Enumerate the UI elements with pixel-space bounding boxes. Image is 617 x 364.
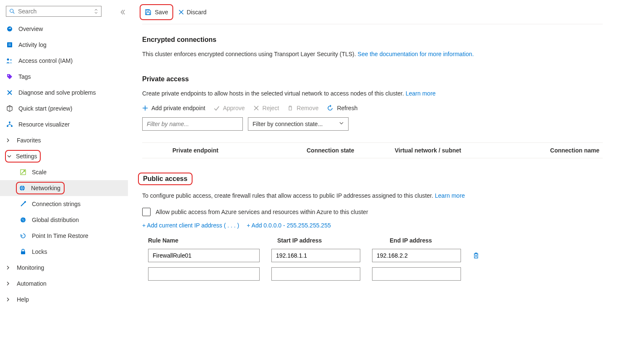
public-access-heading-wrap: Public access <box>138 173 193 185</box>
chevron-right-icon <box>6 265 12 270</box>
diagnose-icon <box>6 89 13 96</box>
delete-rule-button[interactable] <box>473 252 479 259</box>
encrypted-connections-heading: Encrypted connections <box>142 36 603 44</box>
sidebar-item-networking[interactable]: Networking <box>0 180 128 196</box>
sidebar-item-overview[interactable]: Overview <box>0 21 128 37</box>
encrypted-docs-link[interactable]: See the documentation for more informati… <box>358 51 474 57</box>
sidebar-item-label: Monitoring <box>17 264 44 271</box>
chevron-down-icon <box>7 154 13 158</box>
column-private-endpoint: Private endpoint <box>172 147 307 154</box>
column-connection-state: Connection state <box>307 147 395 154</box>
scale-icon <box>19 168 27 176</box>
remove-button: Remove <box>287 105 318 111</box>
add-private-endpoint-button[interactable]: Add private endpoint <box>142 105 205 111</box>
public-learn-more-link[interactable]: Learn more <box>435 192 465 199</box>
networking-icon <box>18 184 26 192</box>
access-control-icon <box>6 57 13 65</box>
sidebar-item-scale[interactable]: Scale <box>0 164 128 180</box>
sidebar-item-pitr[interactable]: Point In Time Restore <box>0 228 128 244</box>
chevron-right-icon <box>6 281 12 286</box>
discard-icon <box>178 9 184 15</box>
sidebar-item-label: Point In Time Restore <box>32 232 89 239</box>
discard-button[interactable]: Discard <box>178 9 206 15</box>
svg-rect-17 <box>21 251 25 254</box>
column-virtual-network: Virtual network / subnet <box>395 147 529 154</box>
sidebar-item-monitoring[interactable]: Monitoring <box>0 260 128 276</box>
svg-point-9 <box>8 75 9 76</box>
sidebar-item-tags[interactable]: Tags <box>0 69 128 85</box>
allow-azure-services-label: Allow public access from Azure services … <box>156 209 368 215</box>
plus-icon <box>142 105 148 111</box>
start-ip-input[interactable] <box>271 267 360 281</box>
private-access-text: Create private endpoints to allow hosts … <box>142 89 603 98</box>
sidebar-item-global-distribution[interactable]: Global distribution <box>0 212 128 228</box>
encrypted-connections-text: This cluster enforces encrypted connecti… <box>142 49 603 59</box>
search-input[interactable] <box>6 6 102 17</box>
column-end-ip: End IP address <box>390 237 490 244</box>
end-ip-input[interactable] <box>372 249 461 262</box>
chevron-right-icon <box>6 297 12 302</box>
trash-icon <box>287 105 293 111</box>
save-button[interactable]: Save <box>140 4 173 20</box>
sidebar-item-diagnose[interactable]: Diagnose and solve problems <box>0 85 128 101</box>
filter-by-connection-state-dropdown[interactable]: Filter by connection state... <box>248 117 349 131</box>
sidebar-item-label: Quick start (preview) <box>18 105 72 112</box>
column-connection-name: Connection name <box>529 147 603 154</box>
sidebar-item-label: Access control (IAM) <box>18 57 73 64</box>
svg-rect-4 <box>7 42 12 47</box>
sidebar-item-label: Overview <box>18 26 43 32</box>
sidebar-item-help[interactable]: Help <box>0 292 128 307</box>
svg-line-1 <box>13 12 15 14</box>
column-start-ip: Start IP address <box>277 237 378 244</box>
public-access-heading: Public access <box>143 175 187 182</box>
quick-start-icon <box>6 105 13 112</box>
refresh-button[interactable]: Refresh <box>327 105 357 111</box>
sidebar-item-label: Settings <box>16 153 37 160</box>
sidebar-item-label: Resource visualizer <box>18 121 70 128</box>
svg-point-0 <box>10 9 13 13</box>
overview-icon <box>6 25 13 33</box>
filter-by-name-input[interactable] <box>142 117 243 131</box>
svg-point-11 <box>7 125 8 127</box>
sidebar-item-automation[interactable]: Automation <box>0 276 128 292</box>
activity-log-icon <box>6 41 13 49</box>
private-learn-more-link[interactable]: Learn more <box>406 90 436 97</box>
expand-updown-icon[interactable] <box>94 9 98 14</box>
sidebar-item-label: Automation <box>17 280 47 287</box>
sidebar-item-favorites[interactable]: Favorites <box>0 132 128 148</box>
sidebar-item-label: Connection strings <box>32 201 81 207</box>
sidebar-item-activity-log[interactable]: Activity log <box>0 37 128 53</box>
main-content: Save Discard Encrypted connections This … <box>128 0 617 364</box>
start-ip-input[interactable] <box>271 249 360 262</box>
sidebar-item-locks[interactable]: Locks <box>0 244 128 260</box>
allow-azure-services-row: Allow public access from Azure services … <box>142 208 603 216</box>
public-access-text: To configure public access, create firew… <box>142 191 603 200</box>
allow-azure-services-checkbox[interactable] <box>142 208 151 216</box>
sidebar-item-quick-start[interactable]: Quick start (preview) <box>0 101 128 116</box>
restore-icon <box>19 232 27 240</box>
sidebar-item-label: Help <box>17 296 29 303</box>
add-client-ip-button[interactable]: + Add current client IP address ( . . . … <box>142 222 239 229</box>
sidebar-item-access-control[interactable]: Access control (IAM) <box>0 53 128 69</box>
private-endpoint-command-bar: Add private endpoint Approve Reject Remo… <box>142 105 603 111</box>
tags-icon <box>6 73 13 80</box>
add-full-range-button[interactable]: + Add 0.0.0.0 - 255.255.255.255 <box>247 222 331 229</box>
sidebar-item-label: Activity log <box>18 41 47 48</box>
sidebar-item-connection-strings[interactable]: Connection strings <box>0 196 128 212</box>
firewall-rule-row <box>142 249 603 262</box>
sidebar-item-settings[interactable]: Settings <box>5 150 41 163</box>
approve-button: Approve <box>213 105 245 111</box>
reject-button: Reject <box>253 105 279 111</box>
sidebar-item-label: Locks <box>32 248 47 255</box>
connection-strings-icon <box>19 200 27 208</box>
sidebar-item-label: Networking <box>31 185 60 191</box>
chevron-down-icon <box>339 121 344 125</box>
rule-name-input[interactable] <box>148 249 260 262</box>
sidebar-item-resource-visualizer[interactable]: Resource visualizer <box>0 116 128 132</box>
rule-name-input[interactable] <box>148 267 260 281</box>
refresh-icon <box>327 105 333 111</box>
chevron-right-icon <box>6 138 12 143</box>
sidebar-item-label: Global distribution <box>32 217 79 223</box>
end-ip-input[interactable] <box>372 267 461 281</box>
column-rule-name: Rule Name <box>148 237 266 244</box>
